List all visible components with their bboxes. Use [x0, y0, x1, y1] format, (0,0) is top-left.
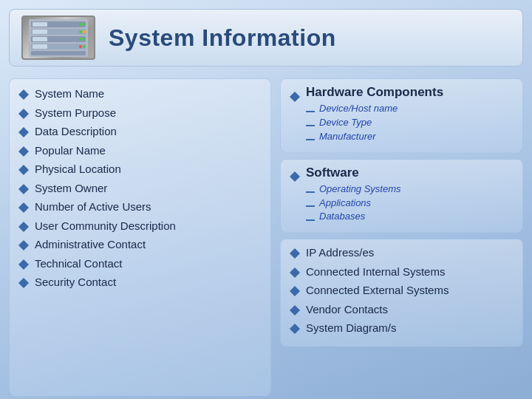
other-items-panel: IP Address/es Connected Internal Systems…: [280, 239, 523, 347]
bullet-icon: [18, 259, 29, 265]
item-label: System Name: [35, 86, 104, 101]
item-label: Connected Internal Systems: [306, 265, 445, 279]
header: System Information: [9, 9, 523, 66]
list-item: System Owner: [18, 181, 262, 196]
sub-list-item: Databases: [306, 211, 514, 223]
bullet-icon: [290, 248, 300, 253]
svg-rect-2: [33, 22, 47, 27]
bullet-icon: [18, 146, 29, 151]
svg-rect-6: [33, 37, 47, 41]
sub-item-label: Manufacturer: [319, 131, 376, 143]
software-title: Software: [290, 166, 514, 180]
list-item: Popular Name: [18, 143, 262, 158]
dash-bullet-icon: [306, 219, 315, 221]
sub-list-item: Device/Host name: [306, 103, 514, 115]
list-item: Security Contact: [18, 275, 262, 290]
list-item: System Name: [18, 86, 262, 101]
bullet-icon: [18, 165, 29, 170]
bullet-icon: [18, 222, 29, 227]
item-label: Technical Contact: [35, 256, 122, 271]
dash-bullet-icon: [306, 139, 315, 140]
bullet-icon: [290, 92, 300, 97]
list-item: Technical Contact: [18, 256, 262, 271]
list-item: System Purpose: [18, 106, 262, 120]
sub-item-label: Applications: [319, 197, 371, 210]
sub-list-item: Device Type: [306, 117, 514, 129]
svg-point-13: [83, 30, 86, 33]
svg-point-12: [79, 30, 82, 33]
sub-item-label: Device Type: [319, 117, 372, 129]
software-sub-list: Operating Systems Applications Databases: [306, 183, 514, 224]
bullet-icon: [290, 171, 300, 177]
left-column: System Name System Purpose Data Descript…: [9, 78, 271, 396]
item-label: Connected External Systems: [306, 283, 449, 298]
hardware-sub-list: Device/Host name Device Type Manufacture…: [306, 103, 514, 143]
header-image: [21, 16, 95, 60]
content-area: System Name System Purpose Data Descript…: [9, 78, 523, 396]
page-title: System Information: [109, 24, 336, 52]
item-label: Popular Name: [35, 143, 106, 158]
bullet-icon: [18, 240, 29, 245]
svg-rect-8: [33, 44, 47, 49]
item-label: IP Address/es: [306, 245, 374, 260]
sub-item-label: Device/Host name: [319, 103, 398, 115]
list-item: System Diagram/s: [290, 321, 514, 335]
bullet-icon: [290, 267, 300, 273]
sub-list-item: Applications: [306, 197, 514, 210]
hardware-title: Hardware Components: [290, 85, 514, 100]
bullet-icon: [18, 127, 29, 132]
dash-bullet-icon: [306, 191, 315, 193]
bullet-icon: [18, 202, 29, 208]
list-item: IP Address/es: [290, 245, 514, 260]
bullet-icon: [18, 184, 29, 189]
svg-point-16: [79, 45, 82, 48]
list-item: Administrative Contact: [18, 237, 262, 252]
sub-list-item: Manufacturer: [306, 131, 514, 143]
right-column: Hardware Components Device/Host name Dev…: [280, 78, 523, 396]
list-item: Physical Location: [18, 162, 262, 177]
item-label: Security Contact: [35, 275, 116, 290]
list-item: Data Description: [18, 124, 262, 139]
dash-bullet-icon: [306, 205, 315, 207]
item-label: System Diagram/s: [306, 321, 397, 335]
sub-item-label: Databases: [319, 211, 365, 223]
item-label: User Community Description: [35, 219, 176, 233]
list-item: User Community Description: [18, 219, 262, 233]
list-item: Connected Internal Systems: [290, 265, 514, 279]
list-item: Number of Active Users: [18, 200, 262, 214]
dash-bullet-icon: [306, 125, 315, 126]
bullet-icon: [18, 278, 29, 283]
svg-rect-4: [33, 30, 47, 34]
dash-bullet-icon: [306, 111, 315, 112]
item-label: Number of Active Users: [35, 200, 151, 214]
item-label: System Purpose: [35, 106, 116, 120]
svg-point-14: [79, 38, 82, 41]
svg-point-17: [83, 45, 86, 48]
item-label: System Owner: [35, 181, 107, 196]
sub-list-item: Operating Systems: [306, 183, 514, 196]
item-label: Vendor Contacts: [306, 302, 388, 317]
svg-rect-9: [31, 51, 86, 55]
hardware-panel: Hardware Components Device/Host name Dev…: [280, 78, 523, 153]
software-panel: Software Operating Systems Applications …: [280, 159, 523, 233]
svg-point-11: [83, 23, 86, 26]
bullet-icon: [18, 89, 29, 95]
bullet-icon: [18, 109, 29, 114]
page: System Information System Name System Pu…: [0, 0, 532, 399]
item-label: Data Description: [35, 124, 117, 139]
item-label: Physical Location: [35, 162, 121, 177]
list-item: Connected External Systems: [290, 283, 514, 298]
sub-item-label: Operating Systems: [319, 183, 401, 196]
bullet-icon: [290, 286, 300, 291]
item-label: Administrative Contact: [35, 237, 146, 252]
bullet-icon: [290, 305, 300, 310]
list-item: Vendor Contacts: [290, 302, 514, 317]
svg-point-15: [83, 38, 86, 41]
svg-point-10: [79, 23, 82, 26]
bullet-icon: [290, 324, 300, 329]
